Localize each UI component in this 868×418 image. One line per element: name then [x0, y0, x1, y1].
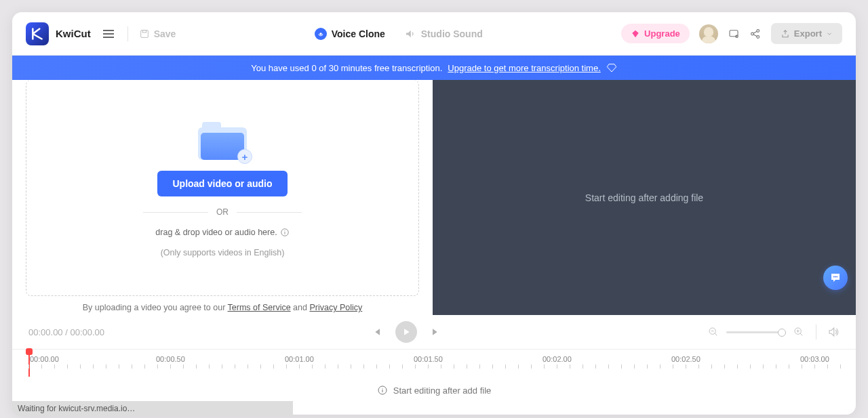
ruler-tick — [235, 364, 235, 369]
divider — [127, 26, 128, 41]
ruler-tick — [54, 364, 55, 369]
ruler-tick — [686, 364, 686, 369]
svg-point-4 — [735, 35, 738, 38]
upload-panel: + Upload video or audio OR drag & drop v… — [12, 80, 433, 315]
ruler-tick — [260, 364, 261, 369]
ruler-tick — [196, 364, 197, 369]
ruler-tick — [209, 364, 210, 369]
ruler-tick — [595, 364, 596, 369]
app-logo[interactable] — [26, 22, 49, 45]
ruler-tick — [763, 364, 764, 369]
tab-voice-clone[interactable]: Voice Clone — [315, 28, 385, 40]
studio-sound-icon — [404, 28, 416, 40]
logo-icon — [31, 27, 44, 41]
info-icon[interactable] — [280, 228, 290, 237]
ruler-tick — [67, 364, 68, 369]
ruler-tick — [28, 364, 29, 369]
ruler-tick — [711, 364, 712, 369]
upload-dropzone[interactable]: + Upload video or audio OR drag & drop v… — [26, 80, 419, 296]
ruler-tick — [351, 364, 351, 369]
playhead[interactable] — [28, 350, 30, 377]
ruler-tick — [698, 364, 699, 369]
ruler-tick — [402, 364, 403, 369]
ruler-tick — [505, 364, 506, 369]
privacy-link[interactable]: Privacy Policy — [309, 303, 362, 312]
tab-studio-sound[interactable]: Studio Sound — [404, 28, 483, 40]
ruler-tick — [570, 364, 570, 369]
zoom-slider[interactable] — [726, 331, 786, 333]
ruler-tick — [673, 364, 673, 369]
ruler-tick — [750, 364, 751, 369]
ruler-tick — [389, 364, 390, 369]
export-button[interactable]: Export — [771, 23, 842, 44]
usage-banner: You have used 0 of 30 minutes free trans… — [12, 56, 856, 80]
or-divider: OR — [143, 207, 302, 217]
ruler-tick — [737, 364, 738, 369]
app-name: KwiCut — [56, 28, 91, 39]
share-button[interactable] — [749, 28, 762, 40]
ruler-tick — [144, 364, 145, 369]
play-icon — [401, 327, 411, 337]
status-bar: Waiting for kwicut-srv.media.io… — [12, 401, 293, 416]
volume-icon — [827, 326, 840, 338]
ruler-tick — [93, 364, 94, 369]
diamond-icon — [631, 29, 640, 39]
ruler-tick — [41, 364, 42, 369]
preview-placeholder: Start editing after adding file — [585, 192, 703, 203]
time-display: 00:00.00 / 00:00.00 — [28, 327, 104, 337]
main-content: + Upload video or audio OR drag & drop v… — [12, 80, 856, 315]
ruler-tick — [492, 364, 493, 369]
ruler-tick — [621, 364, 622, 369]
avatar[interactable] — [699, 24, 718, 43]
banner-upgrade-link[interactable]: Upgrade to get more transcription time. — [448, 63, 600, 73]
zoom-in-button[interactable] — [793, 326, 805, 338]
play-button[interactable] — [395, 321, 417, 343]
or-label: OR — [216, 207, 229, 217]
usage-text: You have used 0 of 30 minutes free trans… — [251, 63, 442, 73]
support-text: (Only supports videos in English) — [161, 248, 285, 257]
terms-link[interactable]: Terms of Service — [228, 303, 291, 312]
ruler-mark: 00:01.00 — [285, 355, 314, 363]
zoom-in-icon — [793, 327, 804, 337]
svg-point-14 — [836, 276, 837, 278]
svg-rect-1 — [142, 30, 146, 32]
ruler-tick — [299, 364, 300, 369]
info-icon — [377, 385, 388, 396]
voice-clone-icon — [315, 28, 327, 40]
chat-fab[interactable] — [823, 266, 848, 290]
volume-button[interactable] — [827, 326, 840, 338]
ruler-tick — [248, 364, 248, 369]
ruler-tick — [583, 364, 583, 369]
ruler-tick — [802, 364, 802, 369]
menu-button[interactable] — [100, 27, 117, 41]
ruler-mark: 00:00.50 — [156, 355, 185, 363]
ruler-tick — [789, 364, 789, 369]
ruler-tick — [376, 364, 377, 369]
ruler-mark: 00:01.50 — [414, 355, 443, 363]
upgrade-button[interactable]: Upgrade — [621, 24, 690, 43]
plus-icon: + — [237, 149, 252, 164]
ruler-tick — [325, 364, 326, 369]
folder-icon: + — [198, 118, 247, 160]
diamond-outline-icon — [606, 62, 617, 73]
timeline-ruler[interactable]: 00:00.00 00:00.50 00:01.00 00:01.50 00:0… — [12, 350, 856, 371]
upload-button[interactable]: Upload video or audio — [157, 171, 287, 196]
svg-point-5 — [751, 33, 753, 35]
playback-controls: 00:00.00 / 00:00.00 — [12, 315, 856, 349]
prev-button[interactable] — [371, 326, 383, 338]
feedback-button[interactable] — [728, 28, 740, 40]
ruler-tick — [312, 364, 313, 369]
ruler-tick — [157, 364, 158, 369]
zoom-out-button[interactable] — [707, 326, 719, 338]
ruler-tick — [183, 364, 184, 369]
save-button[interactable]: Save — [139, 28, 176, 39]
next-button[interactable] — [429, 326, 441, 338]
share-icon — [749, 28, 762, 40]
svg-point-12 — [833, 276, 835, 278]
ruler-tick — [814, 364, 815, 369]
ruler-tick — [467, 364, 467, 369]
skip-back-icon — [372, 327, 382, 337]
ruler-tick — [363, 364, 364, 369]
ruler-tick — [724, 364, 725, 369]
zoom-out-icon — [708, 327, 719, 337]
